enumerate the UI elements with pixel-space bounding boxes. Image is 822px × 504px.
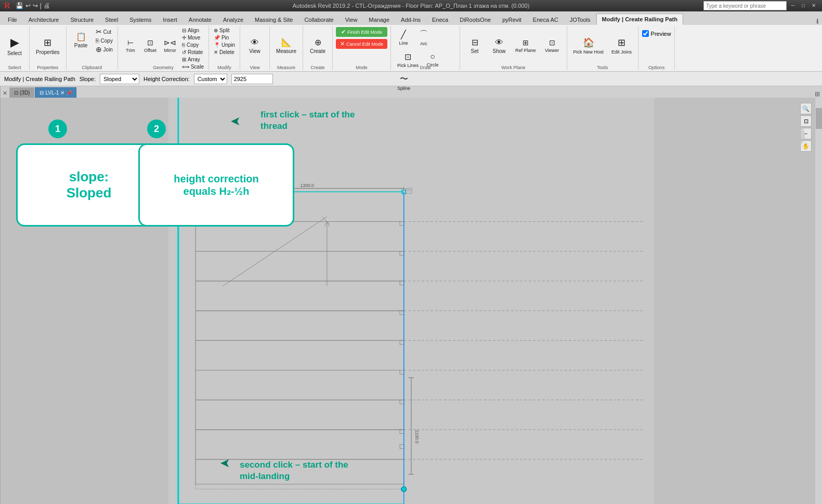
tab-annotate[interactable]: Annotate — [183, 14, 217, 25]
tab-lvl1[interactable]: ⊟ LVL-1 ✕ 📌 — [35, 87, 76, 98]
scrollbar-thumb[interactable] — [816, 108, 822, 129]
print-btn[interactable]: 🖨 — [44, 2, 50, 9]
mirror-label: Mirror — [164, 48, 176, 53]
restore-btn[interactable]: □ — [799, 1, 807, 9]
info-icon[interactable]: ℹ — [816, 18, 819, 25]
offset-btn[interactable]: ⊡ Offset — [141, 27, 160, 64]
split-btn[interactable]: ⊕Split — [212, 27, 237, 34]
trim-btn[interactable]: ⊢ Trim — [121, 27, 140, 64]
ref-plane-label: Ref Plane — [515, 48, 536, 53]
properties-label: Properties — [36, 49, 60, 55]
line-icon: ╱ — [401, 30, 406, 39]
close-btn[interactable]: ✕ — [810, 1, 818, 9]
height-annotation-box: height correction equals H₂-½h — [138, 143, 294, 227]
tab-collaborate[interactable]: Collaborate — [298, 14, 339, 25]
tab-file[interactable]: File — [2, 14, 23, 25]
redo-btn[interactable]: ↪ — [33, 2, 38, 9]
height-value-input[interactable] — [231, 74, 273, 84]
minimize-btn[interactable]: ─ — [789, 1, 797, 9]
copy-btn[interactable]: ⎘ Copy — [94, 37, 114, 44]
align-btn[interactable]: ⊟Align — [180, 27, 205, 34]
tab-massing[interactable]: Massing & Site — [249, 14, 298, 25]
finish-label: Finish Edit Mode — [347, 30, 382, 35]
ribbon-tabs: File Architecture Structure Steel System… — [0, 11, 822, 25]
tab-lvl1-close[interactable]: ✕ — [60, 90, 64, 96]
finish-edit-btn[interactable]: ✔ Finish Edit Mode — [336, 27, 387, 37]
slope-label: Slope: — [80, 76, 96, 82]
tab-3d[interactable]: ⊡ (3D) — [9, 87, 34, 98]
group-properties: ⊞ Properties Properties — [30, 26, 67, 70]
copy-label: Copy — [101, 38, 113, 44]
tab-lvl1-label: LVL-1 — [45, 90, 59, 96]
undo-btn[interactable]: ↩ — [25, 2, 31, 9]
group-draw: ╱ Line ⌒ Arc ⊡ Pick Lines ○ Circle 〜 Spl… — [391, 26, 460, 70]
canvas-area[interactable]: 1300.0 2100.0 — [1, 98, 822, 504]
tab-architecture[interactable]: Architecture — [23, 14, 65, 25]
tab-jotools[interactable]: JOTools — [564, 14, 596, 25]
tab-systems[interactable]: Systems — [124, 14, 157, 25]
close-panel-btn[interactable]: ✕ — [1, 89, 9, 98]
array-icon: ⊞ — [182, 57, 186, 62]
save-btn[interactable]: 💾 — [16, 2, 23, 9]
pin-label: Pin — [221, 35, 229, 41]
join-icon: ⊕ — [96, 45, 102, 54]
unpin-btn[interactable]: 📍Unpin — [212, 42, 237, 48]
callout2-line1: second click – start of the — [240, 460, 348, 470]
group-view-label: View — [240, 65, 269, 70]
select-btn[interactable]: ▶ Select — [3, 27, 26, 64]
measure-btn[interactable]: 📐 Measure — [273, 27, 299, 64]
expand-views-btn[interactable]: ⊞ — [815, 90, 820, 98]
create-icon: ⊕ — [315, 37, 321, 47]
create-btn[interactable]: ⊕ Create — [306, 27, 329, 64]
tab-diroots[interactable]: DiRootsOne — [454, 14, 497, 25]
arrow-to-top-point: ➤ — [230, 114, 241, 129]
align-label: Align — [188, 28, 199, 33]
set-btn[interactable]: ⊟ Set — [463, 27, 486, 64]
paste-btn[interactable]: 📋 Paste — [70, 27, 93, 53]
spline-btn[interactable]: 〜 Spline — [394, 72, 413, 92]
array-btn[interactable]: ⊞Array — [180, 56, 205, 63]
tab-view[interactable]: View — [340, 14, 363, 25]
line-btn[interactable]: ╱ Line — [394, 27, 413, 48]
cancel-edit-btn[interactable]: ✕ Cancel Edit Mode — [336, 39, 387, 49]
pick-new-host-btn[interactable]: 🏠 Pick New Host — [570, 27, 607, 64]
viewer-label: Viewer — [545, 48, 559, 53]
pin-btn[interactable]: 📌Pin — [212, 34, 237, 41]
show-icon: 👁 — [495, 38, 503, 47]
v-scrollbar[interactable] — [815, 98, 822, 504]
spline-label: Spline — [397, 86, 410, 91]
arc-btn[interactable]: ⌒ Arc — [414, 27, 433, 48]
tab-pyrevit[interactable]: pyRevit — [497, 14, 527, 25]
view-label: View — [249, 48, 260, 54]
group-clipboard: 📋 Paste ✂ Cut ⎘ Copy ⊕ Join — [67, 26, 118, 70]
show-btn[interactable]: 👁 Show — [488, 27, 511, 64]
mirror-btn[interactable]: ⊳⊲ Mirror — [161, 27, 179, 64]
search-input[interactable] — [703, 1, 787, 10]
preview-checkbox[interactable] — [642, 30, 649, 37]
delete-btn[interactable]: ✕Delete — [212, 49, 237, 56]
cut-btn[interactable]: ✂ Cut — [94, 27, 114, 36]
tab-structure[interactable]: Structure — [64, 14, 99, 25]
copy-elem-btn[interactable]: ⎘Copy — [180, 42, 205, 48]
tab-analyze[interactable]: Analyze — [217, 14, 249, 25]
group-geometry: ⊢ Trim ⊡ Offset ⊳⊲ Mirror ⊟Align ✛Move ⎘… — [118, 26, 209, 70]
tab-enecaac[interactable]: Eneca AC — [527, 14, 564, 25]
properties-btn[interactable]: ⊞ Properties — [33, 27, 63, 64]
ref-plane-btn[interactable]: ⊞ Ref Plane — [512, 27, 539, 64]
tab-steel[interactable]: Steel — [99, 14, 124, 25]
tab-insert[interactable]: Insert — [157, 14, 183, 25]
tab-manage[interactable]: Manage — [363, 14, 395, 25]
viewer-btn[interactable]: ⊡ Viewer — [541, 27, 564, 64]
tab-eneca[interactable]: Eneca — [426, 14, 454, 25]
pin-icon: 📌 — [214, 35, 220, 41]
view-btn[interactable]: 👁 View — [243, 27, 266, 64]
move-btn[interactable]: ✛Move — [180, 34, 205, 41]
rotate-btn[interactable]: ↺Rotate — [180, 49, 205, 56]
measure-icon: 📐 — [281, 37, 292, 47]
tab-addins[interactable]: Add-Ins — [395, 14, 426, 25]
join-btn[interactable]: ⊕ Join — [94, 45, 114, 54]
rotate-label: Rotate — [188, 49, 203, 55]
tab-modify-context[interactable]: Modify | Create Railing Path — [596, 14, 684, 25]
breadcrumb-modify: Modify | Create Railing Path — [4, 76, 75, 82]
edit-joins-btn[interactable]: ⊞ Edit Joins — [608, 27, 635, 64]
